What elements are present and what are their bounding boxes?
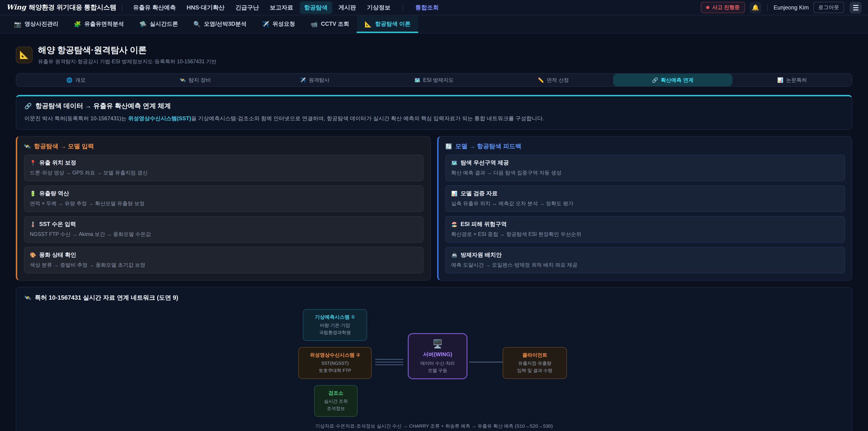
world-map-icon: 🗺️: [414, 77, 421, 83]
video-camera-icon: 📹: [310, 21, 318, 28]
notification-button[interactable]: 🔔: [749, 2, 761, 13]
subnav-label: 실시간드론: [150, 20, 178, 28]
page-subtitle: 유출유 원격탐지·항공감시 기법·ESI 방제정보지도·등록특허 10-1567…: [38, 58, 217, 65]
tab-papers-patents[interactable]: 📊 논문특허: [733, 74, 852, 86]
logo-wing-mark: Wing: [6, 3, 26, 11]
flow-item-title: 유출 위치 보정: [39, 159, 76, 167]
tab-area-calculation[interactable]: ✏️ 면적 산정: [494, 74, 613, 86]
flow-item-title: 유출량 역산: [39, 190, 69, 197]
refresh-icon: 🔄: [445, 143, 452, 150]
ship-icon: 🚢: [451, 252, 457, 258]
subnav-item-cctv[interactable]: 📹 CCTV 조회: [303, 16, 357, 33]
bar-chart-icon: 📊: [451, 191, 457, 196]
linkage-system-panel: 🔗 항공탐색 데이터 → 유출유 확산예측 연계 체계 이문진 박사 특허(등록…: [16, 95, 852, 130]
card-search-to-model: 🛰️ 항공탐색 → 모델 입력 📍유출 위치 보정 드론·위성 영상 → GPS…: [16, 136, 431, 281]
hamburger-menu-button[interactable]: [849, 2, 862, 13]
page-header: 📐 해양 항공탐색·원격탐사 이론 유출유 원격탐지·항공감시 기법·ESI 방…: [16, 44, 852, 65]
app-logo[interactable]: Wing 해양환경 위기대응 통합시스템: [6, 3, 116, 12]
menu-board[interactable]: 게시판: [334, 1, 361, 14]
subnav-label: 오염/선박3D분석: [204, 20, 247, 28]
flow-item-spill-location: 📍유출 위치 보정 드론·위성 영상 → GPS 좌표 → 모델 유출지점 갱신: [24, 155, 424, 181]
flow-item-desc: 면적 × 두께 → 유량 추정 → 확산모델 유출량 보정: [30, 200, 418, 207]
menu-hns-atmosphere[interactable]: HNS·대기확산: [182, 1, 229, 14]
menu-integrated-search[interactable]: 통합조회: [411, 1, 443, 14]
subnav-item-realtime-drone[interactable]: 🛸 실시간드론: [131, 16, 186, 33]
flow-item-title: SST 수온 입력: [39, 221, 76, 228]
menu-oil-spill-forecast[interactable]: 유출유 확산예측: [129, 1, 180, 14]
flow-item-title: ESI 피해 위험구역: [460, 221, 506, 228]
flow-item-model-validation: 📊모델 검증 자료 실측 유출유 위치 ↔ 예측값 오차 분석 → 정확도 평가: [445, 185, 845, 212]
flow-cards-row: 🛰️ 항공탐색 → 모델 입력 📍유출 위치 보정 드론·위성 영상 → GPS…: [16, 136, 852, 281]
tab-overview[interactable]: 🌐 개요: [16, 74, 135, 86]
page-title: 해양 항공탐색·원격탐사 이론: [38, 44, 217, 56]
patent-network-panel: 🛰️ 특허 10-1567431 실시간 자료 연계 네트워크 (도면 9) 기…: [16, 287, 852, 431]
subnav-label: 항공탐색 이론: [375, 20, 410, 28]
drone-icon: 🛸: [139, 21, 147, 28]
subnav-label: CCTV 조회: [321, 20, 349, 28]
linkage-panel-description: 이문진 박사 특허(등록특허 10-1567431)는 위성영상수신시스템(SS…: [24, 114, 844, 123]
flow-item-desc: 확산경로 × ESI 중첩 → 항공탐색 ESI 현장확인 우선순위: [451, 231, 839, 238]
desc-highlight-sst: 위성영상수신시스템(SST): [128, 115, 191, 122]
subnav-item-spill-area-analysis[interactable]: 🧩 유출유면적분석: [66, 16, 131, 33]
subnav-item-aerial-search-theory[interactable]: 📐 항공탐색 이론: [357, 16, 418, 33]
card-right-title: 모델 → 항공탐색 피드백: [455, 143, 522, 151]
pencil-icon: ✏️: [538, 77, 544, 83]
logout-button[interactable]: 로그아웃: [813, 2, 844, 13]
triangle-ruler-icon: 📐: [20, 50, 29, 59]
subnav-label: 영상사진관리: [24, 20, 58, 28]
flow-item-desc: NGSST FTP 수신 → Akima 보간 → 풍화모델 수온값: [30, 231, 418, 238]
card-left-title-row: 🛰️ 항공탐색 → 모델 입력: [24, 143, 424, 151]
satellite-icon: 🛰️: [24, 143, 31, 150]
incident-dot-icon: [706, 6, 710, 9]
node-weather-forecast-system: 기상예측시스템 ① 바람·기온·기압 국립환경과학원: [303, 309, 367, 341]
flow-item-title: 탐색 우선구역 제공: [460, 159, 509, 167]
menu-weather-info[interactable]: 기상정보: [362, 1, 395, 14]
incident-badge-label: 사고 진행중: [712, 4, 740, 11]
network-panel-title-row: 🛰️ 특허 10-1567431 실시간 자료 연계 네트워크 (도면 9): [24, 294, 844, 302]
flow-item-sst-input: 🌡️SST 수온 입력 NGSST FTP 수신 → Akima 보간 → 풍화…: [24, 216, 424, 243]
flow-item-desc: 예측 도달시간 → 오일펜스·방제정 최적 배치 좌표 제공: [451, 262, 839, 269]
flow-item-esi-risk-zone: 🏖️ESI 피해 위험구역 확산경로 × ESI 중첩 → 항공탐색 ESI 현…: [445, 216, 845, 243]
menu-emergency-rescue[interactable]: 긴급구난: [231, 1, 264, 14]
user-divider: [767, 4, 768, 11]
subnav-item-pollution-ship-3d[interactable]: 🔍 오염/선박3D분석: [186, 16, 254, 33]
network-caption: 기상자료·수온자료·조석정보 실시간 수신 → CHARRY 조류 + 취송류 …: [24, 423, 844, 429]
tab-detection-equipment[interactable]: 🛰️ 탐지 장비: [135, 74, 255, 86]
network-diagram: 기상예측시스템 ① 바람·기온·기압 국립환경과학원 위성영상수신시스템 ② S…: [294, 309, 574, 416]
linkage-panel-title-row: 🔗 항공탐색 데이터 → 유출유 확산예측 연계 체계: [24, 102, 844, 110]
subnav-item-satellite-request[interactable]: ✈️ 위성요청: [254, 16, 303, 33]
subnav: 📷 영상사진관리 🧩 유출유면적분석 🛸 실시간드론 🔍 오염/선박3D분석 ✈…: [0, 16, 868, 33]
node-tide-station: 검조소 실시간 조위 조석정보: [314, 385, 358, 417]
node-wing-server: 🖥️ 서버(WING) 데이터 수신·처리 모델 구동: [408, 333, 467, 379]
incident-status-badge[interactable]: 사고 진행중: [701, 2, 745, 13]
tab-remote-sensing[interactable]: ✈️ 원격탐사: [255, 74, 374, 86]
app-title: 해양환경 위기대응 통합시스템: [29, 3, 116, 12]
flow-item-desc: 실측 유출유 위치 ↔ 예측값 오차 분석 → 정확도 평가: [451, 200, 839, 207]
desc-before: 이문진 박사 특허(등록특허 10-1567431)는: [24, 115, 128, 122]
node-satellite-receiving-system: 위성영상수신시스템 ② SST(NGSST) 토호쿠대학 FTP: [298, 347, 372, 379]
main-menu: 유출유 확산예측 HNS·대기확산 긴급구난 보고자료 항공탐색 게시판 기상정…: [129, 1, 443, 14]
desc-after: 을 기상예측시스템·검조소와 함께 인터넷으로 연결하여, 항공탐색 데이터가 …: [191, 115, 544, 122]
subnav-item-photo-management[interactable]: 📷 영상사진관리: [6, 16, 66, 33]
world-map-icon: 🗺️: [451, 160, 457, 166]
node-client: 클라이언트 유출지점·유출량 입력 및 결과 수령: [503, 347, 567, 379]
card-model-to-search: 🔄 모델 → 항공탐색 피드백 🗺️탐색 우선구역 제공 확산 예측 결과 → …: [437, 136, 852, 281]
link-icon: 🔗: [652, 77, 658, 83]
menu-aerial-search[interactable]: 항공탐색: [300, 1, 332, 14]
subnav-label: 위성요청: [272, 20, 295, 28]
main-content: 📐 해양 항공탐색·원격탐사 이론 유출유 원격탐지·항공감시 기법·ESI 방…: [0, 33, 868, 431]
battery-icon: 🔋: [30, 191, 36, 196]
triangle-ruler-icon: 📐: [365, 21, 372, 28]
linkage-panel-title: 항공탐색 데이터 → 유출유 확산예측 연계 체계: [35, 102, 170, 110]
menu-divider: [403, 4, 403, 11]
flow-item-weathering-state: 🎨풍화 상태 확인 색상 분류 → 증발비 추정 → 풍화모델 초기값 보정: [24, 247, 424, 274]
satellite-icon: 🛰️: [180, 77, 186, 83]
tab-forecast-linkage[interactable]: 🔗 확산예측 연계: [613, 74, 733, 86]
hamburger-icon: [853, 5, 858, 6]
top-header: Wing 해양환경 위기대응 통합시스템 유출유 확산예측 HNS·대기확산 긴…: [0, 0, 868, 16]
computer-icon: 🖥️: [412, 339, 463, 349]
palette-icon: 🎨: [30, 252, 36, 258]
menu-reports[interactable]: 보고자료: [265, 1, 298, 14]
airplane-icon: ✈️: [300, 77, 306, 83]
tab-esi-map[interactable]: 🗺️ ESI 방제지도: [374, 74, 494, 86]
